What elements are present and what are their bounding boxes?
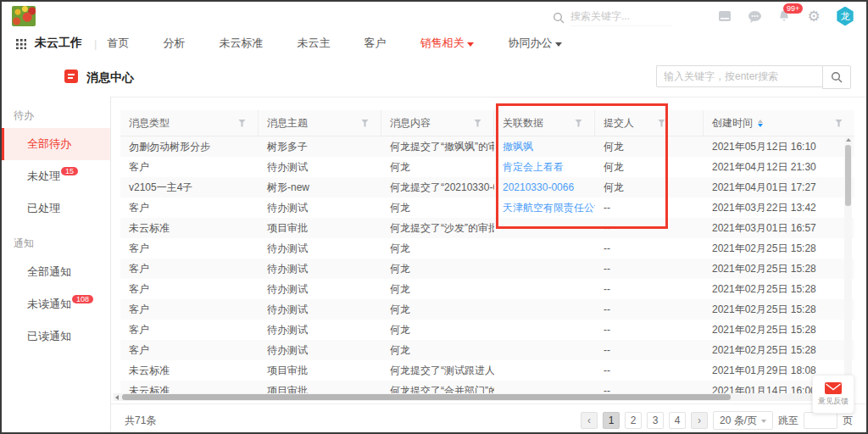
nav-item-7[interactable]: 协同办公 xyxy=(508,36,562,51)
table-cell: 2021年02月25日 15:28 xyxy=(704,340,854,360)
gear-icon[interactable]: ⚙ xyxy=(806,8,821,24)
column-header[interactable]: 消息类型 xyxy=(120,110,259,136)
column-header[interactable]: 提交人 xyxy=(595,110,704,136)
prev-page-button[interactable]: ‹ xyxy=(581,412,598,429)
page-button-1[interactable]: 1 xyxy=(603,412,620,429)
page-header: 消息中心 xyxy=(2,56,866,97)
bell-icon[interactable]: 99+ xyxy=(776,8,792,24)
scroll-up-icon[interactable] xyxy=(846,138,851,142)
table-row[interactable]: 客户待办测试何龙--2021年02月25日 15:28 xyxy=(120,238,854,259)
table-cell: 何龙 xyxy=(381,340,494,360)
column-header-label: 消息内容 xyxy=(390,116,431,131)
table-row[interactable]: 客户待办测试何龙--2021年02月25日 15:28 xyxy=(120,320,854,340)
top-bar: 搜索关键字... 99+ ⚙ 龙 xyxy=(2,2,866,31)
search-button[interactable] xyxy=(822,65,851,89)
vertical-scrollbar[interactable] xyxy=(844,137,852,393)
table-cell: 2021年03月01日 16:57 xyxy=(704,218,854,238)
column-header[interactable]: 关联数据 xyxy=(494,110,595,136)
table-cell: 肯定会上看看 xyxy=(494,157,595,177)
table-row[interactable]: v2105一主4子树形-new何龙提交了“20210330-0066”...20… xyxy=(120,177,854,198)
jump-page-input[interactable] xyxy=(804,412,837,429)
scroll-left-icon[interactable] xyxy=(115,395,119,400)
table-row[interactable]: 勿删勿动树形分步树形多子何龙提交了“撒飒飒”的审批申...撒飒飒何龙2021年0… xyxy=(120,136,854,157)
sidebar-item[interactable]: 未处理15 xyxy=(2,160,110,192)
app-window: 搜索关键字... 99+ ⚙ 龙 未云工作 | 首页分析未云标准未云主客户销售相… xyxy=(0,0,868,434)
table-row[interactable]: 客户待办测试何龙肯定会上看看何龙2021年04月12日 21:30 xyxy=(120,157,854,177)
table-cell: 勿删勿动树形分步 xyxy=(120,136,259,157)
table-cell: 何龙 xyxy=(595,157,704,177)
nav-item-3[interactable]: 未云标准 xyxy=(219,36,263,51)
table-cell: 客户 xyxy=(120,279,259,299)
jump-suffix: 页 xyxy=(843,414,853,428)
related-data-link[interactable]: 20210330-0066 xyxy=(503,181,574,193)
table-cell: 客户 xyxy=(120,259,259,279)
filter-icon[interactable] xyxy=(835,120,843,127)
feedback-button[interactable]: 意见反馈 xyxy=(812,375,854,414)
sidebar-item[interactable]: 已处理 xyxy=(2,192,110,225)
column-header[interactable]: 消息主题 xyxy=(259,110,381,136)
table-cell: 客户 xyxy=(120,299,259,320)
table-cell: 何龙 xyxy=(381,198,494,218)
table-cell: 何龙 xyxy=(381,238,494,259)
nav-item-5[interactable]: 客户 xyxy=(364,36,386,51)
horizontal-scroll-thumb[interactable] xyxy=(122,394,731,400)
table-row[interactable]: 未云标准项目审批何龙提交了“测试跟进人”的审...--2021年01月29日 1… xyxy=(120,360,854,381)
global-search[interactable]: 搜索关键字... xyxy=(553,9,672,26)
table-row[interactable]: 客户待办测试何龙--2021年02月25日 15:28 xyxy=(120,340,854,360)
sidebar-item[interactable]: 未读通知108 xyxy=(2,288,110,320)
table-cell xyxy=(494,218,595,238)
table-cell xyxy=(494,279,595,299)
page-button-4[interactable]: 4 xyxy=(669,412,686,429)
table-row[interactable]: 未云标准项目审批何龙提交了“沙发”的审批申请...--2021年03月01日 1… xyxy=(120,218,854,238)
table-cell: 何龙 xyxy=(381,259,494,279)
filter-icon[interactable] xyxy=(361,120,369,127)
column-header[interactable]: 消息内容 xyxy=(381,110,494,136)
company-logo[interactable] xyxy=(12,6,36,26)
page-button-3[interactable]: 3 xyxy=(647,412,664,429)
keyword-search-input[interactable] xyxy=(656,65,822,87)
horizontal-scrollbar[interactable] xyxy=(114,393,841,401)
filter-icon[interactable] xyxy=(238,120,246,127)
chevron-down-icon xyxy=(761,420,766,423)
table-footer: 共71条 ‹1234›20 条/页跳至页 xyxy=(111,403,866,432)
filter-icon[interactable] xyxy=(474,120,481,127)
next-page-button[interactable]: › xyxy=(691,412,708,429)
nav-item-label: 未云标准 xyxy=(219,36,263,51)
table-cell: 撒飒飒 xyxy=(494,136,595,157)
page-size-select[interactable]: 20 条/页 xyxy=(713,411,773,430)
sidebar-item-label: 全部通知 xyxy=(27,265,71,278)
column-header-label: 创建时间 xyxy=(712,116,753,131)
column-header[interactable]: 创建时间 xyxy=(704,110,854,136)
related-data-link[interactable]: 撒飒飒 xyxy=(503,140,533,154)
avatar[interactable]: 龙 xyxy=(836,7,854,26)
nav-item-4[interactable]: 未云主 xyxy=(297,36,330,51)
nav-item-1[interactable]: 首页 xyxy=(107,36,129,51)
nav-item-2[interactable]: 分析 xyxy=(163,36,185,51)
related-data-link[interactable]: 天津航空有限责任公司 xyxy=(503,201,595,215)
table-cell: 何龙 xyxy=(595,136,704,157)
chat-icon[interactable] xyxy=(747,8,762,24)
sidebar-item[interactable]: 全部通知 xyxy=(2,256,110,288)
sort-icon[interactable] xyxy=(758,120,763,127)
table-cell: -- xyxy=(595,198,704,218)
table-cell: 何龙 xyxy=(381,279,494,299)
filter-icon[interactable] xyxy=(575,120,582,127)
table-row[interactable]: 客户待办测试何龙天津航空有限责任公司--2021年03月22日 13:42 xyxy=(120,198,854,218)
table-cell: 何龙提交了“测试跟进人”的审... xyxy=(381,360,494,381)
app-name[interactable]: 未云工作 xyxy=(35,36,82,51)
chevron-down-icon xyxy=(467,42,474,47)
sidebar-item[interactable]: 全部待办 xyxy=(2,128,110,160)
apps-grid-icon[interactable] xyxy=(15,38,26,49)
table-row[interactable]: 客户待办测试何龙--2021年02月25日 15:28 xyxy=(120,299,854,320)
related-data-link[interactable]: 肯定会上看看 xyxy=(503,160,564,175)
nav-item-6[interactable]: 销售相关 xyxy=(420,36,474,51)
sidebar-item[interactable]: 已读通知 xyxy=(2,320,110,353)
notebook-icon[interactable] xyxy=(717,8,732,24)
table-row[interactable]: 客户待办测试何龙--2021年02月25日 15:28 xyxy=(120,279,854,299)
page-button-2[interactable]: 2 xyxy=(625,412,642,429)
sidebar-item-label: 未读通知 xyxy=(27,298,71,310)
filter-icon[interactable] xyxy=(658,120,665,127)
table-row[interactable]: 客户待办测试何龙--2021年02月25日 15:28 xyxy=(120,259,854,279)
table-cell: 2021年02月25日 15:28 xyxy=(704,259,854,279)
vertical-scroll-thumb[interactable] xyxy=(845,145,851,206)
